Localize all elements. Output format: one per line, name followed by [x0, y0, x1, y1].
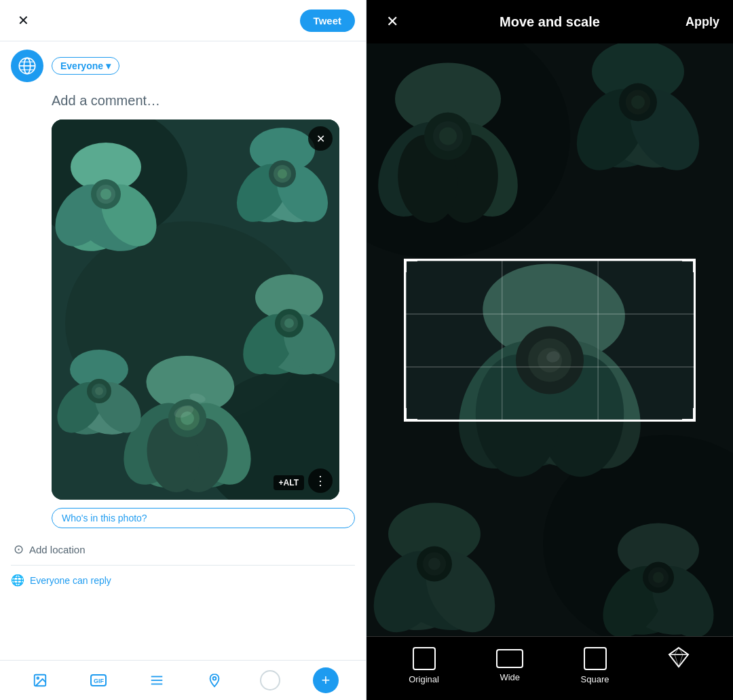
list-toolbar-button[interactable] — [144, 667, 170, 693]
crop-option-wide[interactable]: Wide — [496, 649, 523, 682]
svg-point-60 — [213, 677, 217, 680]
image-toolbar-button[interactable] — [27, 667, 53, 693]
svg-point-100 — [428, 558, 440, 570]
svg-point-108 — [653, 572, 664, 583]
svg-text:GIF: GIF — [94, 678, 105, 684]
right-header: ✕ Move and scale Apply — [366, 0, 733, 43]
user-row: Everyone ▾ — [11, 50, 355, 82]
left-body: Everyone ▾ Add a comment… — [0, 41, 366, 700]
ellipsis-icon: ⋮ — [314, 473, 326, 488]
attached-image-container: ✕ +ALT ⋮ — [52, 119, 339, 500]
globe-icon: 🌐 — [11, 574, 24, 587]
svg-point-54 — [37, 677, 39, 679]
apply-crop-button[interactable]: Apply — [685, 15, 719, 29]
crop-corner-bl — [404, 408, 417, 422]
audience-label: Everyone — [60, 60, 103, 71]
image-icon — [33, 673, 48, 688]
chevron-down-icon: ▾ — [106, 60, 111, 71]
everyone-reply-row[interactable]: 🌐 Everyone can reply — [11, 565, 355, 595]
add-tweet-button[interactable]: + — [313, 667, 339, 693]
add-location-row[interactable]: ⊙ Add location — [14, 536, 355, 562]
left-toolbar: GIF + — [0, 660, 366, 700]
crop-frame[interactable] — [404, 259, 696, 422]
everyone-reply-label: Everyone can reply — [30, 575, 111, 586]
avatar — [11, 50, 43, 82]
svg-point-26 — [100, 189, 111, 200]
user-avatar-icon — [18, 56, 37, 75]
gif-icon: GIF — [90, 674, 107, 686]
succulent-image-art — [52, 119, 339, 500]
svg-point-50 — [95, 387, 103, 395]
square-icon — [584, 647, 607, 670]
more-options-button[interactable]: ⋮ — [308, 468, 333, 493]
close-icon: ✕ — [386, 13, 398, 31]
square-label: Square — [581, 674, 609, 684]
svg-point-73 — [439, 128, 457, 145]
svg-point-42 — [284, 318, 294, 328]
crop-corner-tl — [404, 259, 417, 272]
close-icon: ✕ — [316, 132, 325, 145]
crop-option-original[interactable]: Original — [409, 647, 439, 684]
original-label: Original — [409, 674, 439, 684]
svg-point-81 — [631, 96, 645, 109]
left-header: ✕ Tweet — [0, 0, 366, 41]
gif-toolbar-button[interactable]: GIF — [86, 667, 111, 693]
map-pin-icon — [207, 673, 222, 688]
location-toolbar-button[interactable] — [202, 667, 227, 693]
crop-option-custom[interactable]: . — [666, 645, 691, 686]
move-scale-title: Move and scale — [500, 14, 600, 30]
attached-image — [52, 119, 339, 500]
close-compose-button[interactable]: ✕ — [11, 8, 35, 33]
crop-area[interactable] — [366, 43, 733, 636]
plus-icon: + — [322, 671, 331, 689]
close-crop-button[interactable]: ✕ — [380, 10, 405, 34]
svg-point-34 — [278, 169, 287, 179]
crop-corner-br — [682, 408, 696, 422]
crop-options-bar: Original Wide Square . — [366, 636, 733, 700]
wide-icon — [496, 649, 523, 668]
tweet-button[interactable]: Tweet — [300, 10, 355, 32]
add-location-label: Add location — [29, 544, 86, 555]
custom-crop-icon — [666, 645, 691, 672]
list-icon — [149, 673, 164, 688]
custom-label: . — [677, 676, 680, 686]
crop-corner-tr — [682, 259, 696, 272]
comment-input[interactable]: Add a comment… — [11, 88, 355, 119]
original-icon — [413, 647, 436, 670]
wide-label: Wide — [500, 672, 520, 682]
audience-selector[interactable]: Everyone ▾ — [52, 57, 119, 75]
left-panel: ✕ Tweet Everyone ▾ Add a comment… — [0, 0, 366, 700]
right-panel: ✕ Move and scale Apply — [366, 0, 733, 700]
location-pin-icon: ⊙ — [14, 542, 24, 557]
thread-circle — [260, 670, 280, 690]
whos-in-photo-button[interactable]: Who's in this photo? — [52, 508, 355, 528]
remove-image-button[interactable]: ✕ — [308, 126, 333, 151]
alt-text-button[interactable]: +ALT — [274, 475, 304, 490]
crop-option-square[interactable]: Square — [581, 647, 609, 684]
